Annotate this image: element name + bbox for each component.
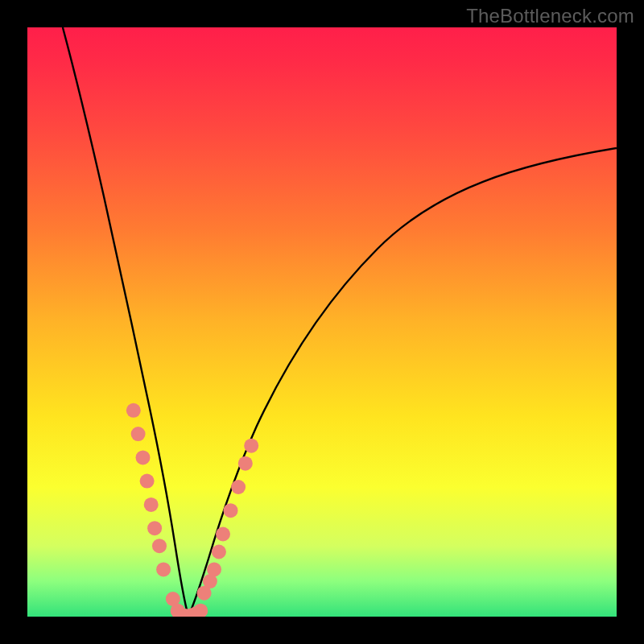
svg-point-24 bbox=[193, 604, 208, 617]
svg-point-15 bbox=[224, 503, 238, 518]
svg-point-1 bbox=[131, 427, 146, 441]
svg-point-7 bbox=[156, 562, 171, 576]
svg-point-0 bbox=[126, 403, 141, 418]
watermark-text: TheBottleneck.com bbox=[466, 5, 634, 27]
svg-point-12 bbox=[207, 562, 221, 576]
svg-point-14 bbox=[216, 527, 230, 542]
chart-frame: TheBottleneck.com bbox=[0, 0, 644, 644]
chart-svg bbox=[27, 27, 617, 617]
svg-point-18 bbox=[244, 439, 258, 453]
plot-area bbox=[27, 27, 617, 617]
curve-left bbox=[63, 27, 188, 616]
curve-right bbox=[188, 148, 617, 616]
svg-point-6 bbox=[152, 539, 167, 553]
svg-point-5 bbox=[147, 521, 162, 535]
svg-point-4 bbox=[144, 497, 159, 512]
svg-point-16 bbox=[231, 480, 246, 494]
marker-dots bbox=[126, 403, 258, 617]
svg-point-3 bbox=[140, 474, 155, 489]
svg-point-17 bbox=[238, 456, 253, 471]
svg-point-13 bbox=[212, 545, 226, 559]
curve-lines bbox=[63, 27, 617, 616]
svg-point-2 bbox=[136, 450, 151, 464]
